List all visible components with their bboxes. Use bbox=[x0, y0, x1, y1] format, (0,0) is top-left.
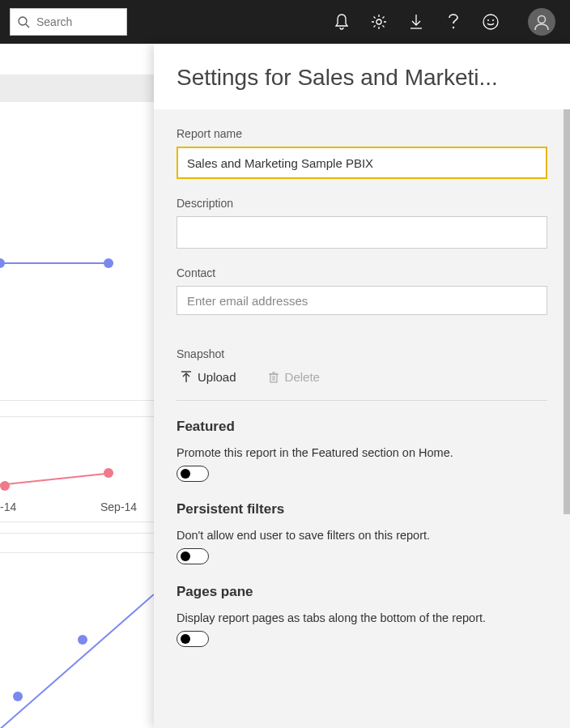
visual-border bbox=[0, 533, 154, 534]
svg-line-1 bbox=[26, 24, 29, 28]
delete-button: Delete bbox=[264, 368, 323, 385]
gear-icon[interactable] bbox=[371, 14, 387, 30]
chart-point bbox=[13, 692, 23, 701]
persistent-filters-heading: Persistent filters bbox=[177, 501, 547, 517]
download-icon[interactable] bbox=[408, 14, 424, 30]
divider bbox=[177, 400, 547, 401]
panel-title: Settings for Sales and Marketi... bbox=[177, 65, 547, 91]
search-box[interactable] bbox=[10, 8, 127, 36]
upload-label: Upload bbox=[198, 370, 236, 384]
search-icon bbox=[17, 15, 30, 28]
svg-point-0 bbox=[19, 17, 27, 25]
featured-desc: Promote this report in the Featured sect… bbox=[177, 446, 547, 459]
svg-point-5 bbox=[453, 27, 454, 28]
avatar[interactable] bbox=[528, 8, 555, 36]
persistent-filters-toggle[interactable] bbox=[177, 548, 209, 564]
axis-tick-label: -14 bbox=[0, 500, 16, 513]
bg-toolbar-strip bbox=[0, 75, 154, 102]
svg-line-12 bbox=[0, 594, 154, 728]
snapshot-label: Snapshot bbox=[177, 347, 547, 360]
visual-border bbox=[0, 416, 154, 417]
chart-point bbox=[104, 258, 113, 268]
chart-point bbox=[104, 468, 113, 478]
svg-point-6 bbox=[483, 15, 498, 29]
svg-point-8 bbox=[492, 19, 494, 21]
pages-pane-heading: Pages pane bbox=[177, 584, 547, 600]
persistent-filters-desc: Don't allow end user to save filters on … bbox=[177, 529, 547, 542]
upload-button[interactable]: Upload bbox=[177, 368, 240, 385]
pages-pane-toggle[interactable] bbox=[177, 631, 209, 647]
chart-point bbox=[0, 481, 10, 491]
svg-point-2 bbox=[376, 19, 381, 24]
chart-point bbox=[78, 635, 87, 645]
visual-border bbox=[0, 400, 154, 401]
visual-border bbox=[0, 552, 154, 553]
panel-body: Report name Description Contact Snapshot… bbox=[154, 109, 570, 728]
notifications-icon[interactable] bbox=[334, 14, 350, 30]
description-input[interactable] bbox=[177, 216, 547, 249]
visual-border bbox=[0, 522, 154, 522]
pages-pane-desc: Display report pages as tabs along the b… bbox=[177, 611, 547, 624]
top-bar bbox=[0, 0, 570, 44]
feedback-icon[interactable] bbox=[483, 14, 499, 30]
delete-label: Delete bbox=[285, 370, 320, 384]
svg-point-9 bbox=[538, 16, 546, 23]
svg-rect-15 bbox=[270, 374, 277, 382]
axis-tick-label: Sep-14 bbox=[100, 500, 137, 513]
featured-heading: Featured bbox=[177, 419, 547, 435]
bg-chart-lines bbox=[0, 44, 154, 728]
settings-panel: Settings for Sales and Marketi... Report… bbox=[154, 44, 570, 728]
contact-label: Contact bbox=[177, 266, 547, 279]
description-label: Description bbox=[177, 197, 547, 210]
snapshot-actions: Upload Delete bbox=[177, 368, 547, 385]
upload-icon bbox=[180, 371, 193, 384]
svg-line-11 bbox=[0, 473, 113, 487]
svg-point-7 bbox=[487, 19, 489, 21]
trash-icon bbox=[267, 371, 280, 384]
report-name-input[interactable] bbox=[177, 147, 547, 179]
chart-point bbox=[0, 258, 5, 268]
contact-input[interactable] bbox=[177, 286, 547, 315]
help-icon[interactable] bbox=[445, 14, 462, 30]
top-icon-group bbox=[334, 8, 560, 36]
report-name-label: Report name bbox=[177, 127, 547, 140]
search-input[interactable] bbox=[36, 15, 120, 28]
panel-header: Settings for Sales and Marketi... bbox=[154, 44, 570, 109]
scrollbar-thumb[interactable] bbox=[564, 109, 570, 514]
featured-toggle[interactable] bbox=[177, 466, 209, 482]
